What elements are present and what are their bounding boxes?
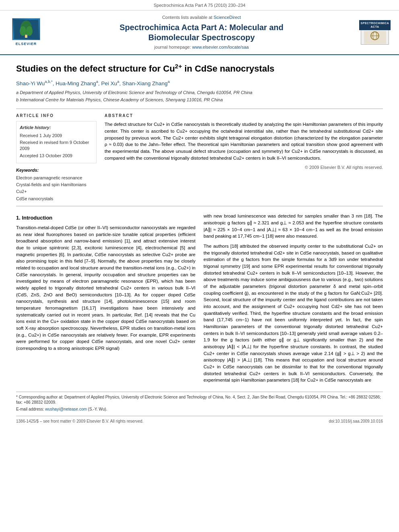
journal-title: Spectrochimica Acta Part A: Molecular an… (44, 23, 359, 43)
footnote-email-suffix: (S.-Y. Wu). (88, 407, 107, 411)
divider-1 (16, 109, 383, 109)
authors-line: Shao-Yi Wua,b,*, Hua-Ming Zhanga, Pei Xu… (16, 79, 383, 87)
kw-1: Electron paramagnetic resonance (16, 175, 97, 181)
bottom-issn: 1386-1425/$ – see front matter © 2009 El… (16, 419, 144, 424)
elsevier-logo: ELSEVIER (8, 18, 44, 47)
article-history-title: Article history: (20, 125, 93, 131)
article-title: Studies on the defect structure for Cu2+… (16, 62, 383, 75)
article-info-abstract: ARTICLE INFO Article history: Received 1… (16, 113, 383, 203)
abstract-col: ABSTRACT The defect structure for Cu2+ i… (105, 113, 383, 203)
elsevier-logo-img (12, 18, 40, 40)
article-title-rest: in CdSe nanocrystals (182, 64, 274, 74)
elsevier-logo-box (12, 18, 40, 40)
svg-point-3 (20, 26, 26, 36)
footnote-email-link[interactable]: wushayi@netease.com (45, 407, 87, 411)
page-wrapper: Spectrochimica Acta Part A 75 (2010) 230… (0, 0, 399, 432)
keywords-title: Keywords: (16, 167, 97, 173)
journal-title-line2: Biomolecular Spectroscopy (148, 33, 255, 42)
article-info-label: ARTICLE INFO (16, 113, 97, 119)
homepage-url[interactable]: www.elsevier.com/locate/saa (192, 45, 249, 49)
right-p1: with new broad luminescence was detected… (204, 213, 383, 240)
bottom-bar: 1386-1425/$ – see front matter © 2009 El… (16, 416, 383, 424)
spectrochimica-logo: SPECTROCHIMICAACTA (361, 21, 389, 45)
author4-name: , Shan-Xiang Zhang (119, 80, 168, 86)
contents-label: Contents lists available at (162, 15, 212, 20)
revised-date: Received in revised form 9 October 2009 (20, 140, 93, 152)
copyright-line: © 2009 Elsevier B.V. All rights reserved… (105, 164, 383, 170)
author1-name: Shao-Yi Wu (16, 80, 45, 86)
journal-header-center: Contents lists available at ScienceDirec… (44, 14, 359, 50)
journal-logo-right: SPECTROCHIMICAACTA (359, 21, 391, 45)
footnote-section: * Corresponding author at: Department of… (16, 392, 383, 412)
kw-2: Crystal-fields and spin Hamiltonians (16, 182, 97, 188)
footnote-star-line: * Corresponding author at: Department of… (16, 394, 383, 405)
kw-4: CdSe nanocrystals (16, 196, 97, 202)
main-content: 1. Introduction Transition-metal-doped C… (16, 213, 383, 387)
intro-heading: 1. Introduction (16, 214, 195, 222)
author4-sup: a (168, 79, 170, 84)
accepted-date: Accepted 13 October 2009 (20, 153, 93, 159)
journal-citation: Spectrochimica Acta Part A 75 (2010) 230… (154, 3, 245, 8)
abstract-text: The defect structure for Cu2+ in CdSe na… (105, 121, 383, 161)
elsevier-wordmark: ELSEVIER (16, 41, 37, 47)
article-body: Studies on the defect structure for Cu2+… (0, 55, 399, 432)
article-title-text: Studies on the defect structure for Cu (16, 64, 175, 74)
svg-rect-5 (364, 31, 386, 44)
sciencedirect-line: Contents lists available at ScienceDirec… (44, 14, 359, 21)
logo-emblem (364, 31, 386, 44)
article-info-col: ARTICLE INFO Article history: Received 1… (16, 113, 97, 203)
intro-p1: Transition-metal-doped CdSe (or other II… (16, 224, 195, 352)
elsevier-logo-area: ELSEVIER (8, 18, 44, 47)
divider-2 (16, 206, 383, 206)
main-left-col: 1. Introduction Transition-metal-doped C… (16, 213, 195, 387)
right-p2: The authors [18] attributed the observed… (204, 243, 383, 384)
article-history-block: Article history: Received 1 July 2009 Re… (16, 121, 97, 163)
abstract-label: ABSTRACT (105, 113, 383, 119)
affiliation-a: a Department of Applied Physics, Univers… (16, 90, 383, 96)
main-right-col: with new broad luminescence was detected… (204, 213, 383, 387)
bottom-doi: doi:10.1016/j.saa.2009.10.016 (329, 419, 383, 424)
received-date: Received 1 July 2009 (20, 133, 93, 139)
author2-name: , Hua-Ming Zhang (53, 80, 96, 86)
author3-name: , Pei Xu (98, 80, 117, 86)
title-superscript: 2+ (175, 63, 182, 70)
elsevier-svg (14, 20, 38, 39)
journal-header: ELSEVIER Contents lists available at Sci… (0, 10, 399, 55)
top-bar: Spectrochimica Acta Part A 75 (2010) 230… (0, 0, 399, 10)
affiliation-b: b International Centre for Materials Phy… (16, 97, 383, 103)
keywords-block: Keywords: Electron paramagnetic resonanc… (16, 167, 97, 202)
homepage-label: journal homepage: (154, 45, 191, 49)
journal-homepage: journal homepage: www.elsevier.com/locat… (44, 44, 359, 50)
footnote-email-line: E-mail address: wushayi@netease.com (S.-… (16, 407, 383, 412)
author1-sup: a,b,* (45, 79, 52, 84)
kw-3: Cu2+ (16, 189, 97, 195)
sciencedirect-link[interactable]: ScienceDirect (214, 15, 241, 20)
journal-title-line1: Spectrochimica Acta Part A: Molecular an… (119, 23, 284, 32)
svg-point-4 (26, 26, 33, 36)
footnote-email-label: E-mail address: (16, 407, 44, 411)
affiliations: a Department of Applied Physics, Univers… (16, 90, 383, 103)
footnote-star-text: * Corresponding author at: Department of… (16, 395, 381, 405)
